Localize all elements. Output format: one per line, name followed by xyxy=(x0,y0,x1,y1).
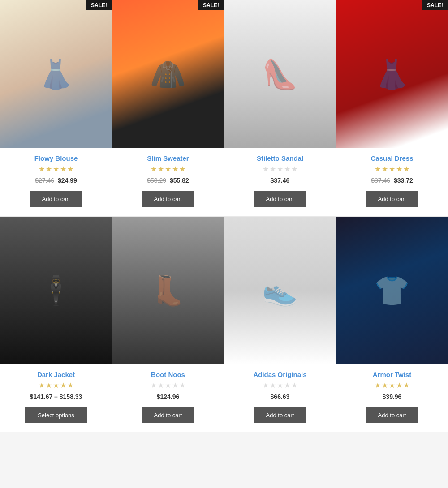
add-to-cart-button-stiletto-sandal[interactable]: Add to cart xyxy=(254,191,307,207)
price-range: $141.67 – $158.33 xyxy=(5,393,107,400)
product-name-flowy-blouse: Flowy Blouse xyxy=(5,154,107,162)
product-card-boot-noos: 👢 Boot Noos ★★★★★ $124.96 Add to cart xyxy=(112,216,224,432)
product-card-dark-jacket: 🕴 Dark Jacket ★★★★★ $141.67 – $158.33 Se… xyxy=(0,216,112,432)
star-icon: ★ xyxy=(277,165,283,173)
select-options-button-dark-jacket[interactable]: Select options xyxy=(25,407,87,423)
product-info-slim-sweater: Slim Sweater ★★★★★ $58.29 $55.82 Add to … xyxy=(112,148,224,207)
sale-badge: SALE! xyxy=(198,0,224,10)
product-info-stiletto-sandal: Stiletto Sandal ★★★★★ $37.46 Add to cart xyxy=(224,148,336,207)
sale-badge: SALE! xyxy=(422,0,448,10)
single-price: $124.96 xyxy=(117,393,219,400)
star-icon: ★ xyxy=(46,381,52,390)
star-icon: ★ xyxy=(60,381,66,390)
product-card-casual-dress: SALE! 👗 Casual Dress ★★★★★ $37.46 $33.72… xyxy=(336,0,448,216)
product-icon: 🧥 xyxy=(150,58,186,91)
single-price: $39.96 xyxy=(341,393,443,400)
star-icon: ★ xyxy=(165,165,171,173)
price-row: $58.29 $55.82 xyxy=(117,177,219,184)
product-info-boot-noos: Boot Noos ★★★★★ $124.96 Add to cart xyxy=(112,364,224,423)
star-icon: ★ xyxy=(382,381,388,390)
star-icon: ★ xyxy=(270,165,276,173)
product-name-stiletto-sandal: Stiletto Sandal xyxy=(229,154,331,162)
product-icon: 👟 xyxy=(262,274,298,308)
star-rating: ★★★★★ xyxy=(117,381,219,390)
star-icon: ★ xyxy=(67,381,73,390)
star-icon: ★ xyxy=(151,381,157,390)
star-icon: ★ xyxy=(172,381,178,390)
star-icon: ★ xyxy=(263,165,269,173)
star-icon: ★ xyxy=(172,165,178,173)
product-icon: 👗 xyxy=(38,58,74,91)
current-price: $55.82 xyxy=(170,177,189,184)
product-image-flowy-blouse: SALE! 👗 xyxy=(0,0,112,148)
product-card-stiletto-sandal: 👠 Stiletto Sandal ★★★★★ $37.46 Add to ca… xyxy=(224,0,336,216)
product-image-dark-jacket: 🕴 xyxy=(0,217,112,364)
star-icon: ★ xyxy=(270,381,276,390)
product-image-adidas-originals: 👟 xyxy=(224,217,336,364)
add-to-cart-button-boot-noos[interactable]: Add to cart xyxy=(142,407,195,423)
product-info-dark-jacket: Dark Jacket ★★★★★ $141.67 – $158.33 Sele… xyxy=(0,364,112,423)
current-price: $33.72 xyxy=(394,177,413,184)
star-icon: ★ xyxy=(277,381,283,390)
star-rating: ★★★★★ xyxy=(5,381,107,390)
product-icon: 👢 xyxy=(150,274,186,308)
star-icon: ★ xyxy=(39,381,45,390)
product-name-armor-twist: Armor Twist xyxy=(341,371,443,378)
add-to-cart-button-armor-twist[interactable]: Add to cart xyxy=(366,407,419,423)
star-icon: ★ xyxy=(67,165,73,173)
current-price: $24.99 xyxy=(58,177,77,184)
star-rating: ★★★★★ xyxy=(341,381,443,390)
product-info-flowy-blouse: Flowy Blouse ★★★★★ $27.46 $24.99 Add to … xyxy=(0,148,112,207)
star-icon: ★ xyxy=(53,381,59,390)
star-icon: ★ xyxy=(179,165,185,173)
star-rating: ★★★★★ xyxy=(5,165,107,173)
star-icon: ★ xyxy=(375,165,381,173)
star-icon: ★ xyxy=(263,381,269,390)
price-row: $27.46 $24.99 xyxy=(5,177,107,184)
star-icon: ★ xyxy=(39,165,45,173)
product-info-adidas-originals: Adidas Originals ★★★★★ $66.63 Add to car… xyxy=(224,364,336,423)
product-info-armor-twist: Armor Twist ★★★★★ $39.96 Add to cart xyxy=(336,364,448,423)
star-icon: ★ xyxy=(375,381,381,390)
star-icon: ★ xyxy=(403,165,409,173)
star-icon: ★ xyxy=(158,381,164,390)
sale-badge: SALE! xyxy=(86,0,112,10)
product-grid: SALE! 👗 Flowy Blouse ★★★★★ $27.46 $24.99… xyxy=(0,0,448,432)
product-icon: 🕴 xyxy=(38,274,74,308)
product-name-casual-dress: Casual Dress xyxy=(341,154,443,162)
product-info-casual-dress: Casual Dress ★★★★★ $37.46 $33.72 Add to … xyxy=(336,148,448,207)
product-card-slim-sweater: SALE! 🧥 Slim Sweater ★★★★★ $58.29 $55.82… xyxy=(112,0,224,216)
add-to-cart-button-casual-dress[interactable]: Add to cart xyxy=(366,191,419,207)
star-icon: ★ xyxy=(165,381,171,390)
star-icon: ★ xyxy=(284,381,290,390)
product-icon: 👕 xyxy=(374,274,410,308)
add-to-cart-button-adidas-originals[interactable]: Add to cart xyxy=(254,407,307,423)
add-to-cart-button-flowy-blouse[interactable]: Add to cart xyxy=(30,191,83,207)
star-icon: ★ xyxy=(403,381,409,390)
star-rating: ★★★★★ xyxy=(117,165,219,173)
star-icon: ★ xyxy=(46,165,52,173)
star-icon: ★ xyxy=(291,165,297,173)
product-icon: 👠 xyxy=(262,58,298,91)
star-icon: ★ xyxy=(60,165,66,173)
product-name-dark-jacket: Dark Jacket xyxy=(5,371,107,378)
original-price: $37.46 xyxy=(371,177,390,184)
star-icon: ★ xyxy=(291,381,297,390)
star-icon: ★ xyxy=(382,165,388,173)
product-name-adidas-originals: Adidas Originals xyxy=(229,371,331,378)
original-price: $27.46 xyxy=(35,177,54,184)
product-image-stiletto-sandal: 👠 xyxy=(224,0,336,148)
product-image-boot-noos: 👢 xyxy=(112,217,224,364)
product-name-boot-noos: Boot Noos xyxy=(117,371,219,378)
product-card-armor-twist: 👕 Armor Twist ★★★★★ $39.96 Add to cart xyxy=(336,216,448,432)
star-icon: ★ xyxy=(53,165,59,173)
product-image-armor-twist: 👕 xyxy=(336,217,448,364)
add-to-cart-button-slim-sweater[interactable]: Add to cart xyxy=(142,191,195,207)
single-price: $37.46 xyxy=(229,177,331,184)
product-card-adidas-originals: 👟 Adidas Originals ★★★★★ $66.63 Add to c… xyxy=(224,216,336,432)
star-rating: ★★★★★ xyxy=(341,165,443,173)
star-icon: ★ xyxy=(284,165,290,173)
star-icon: ★ xyxy=(151,165,157,173)
single-price: $66.63 xyxy=(229,393,331,400)
star-rating: ★★★★★ xyxy=(229,165,331,173)
